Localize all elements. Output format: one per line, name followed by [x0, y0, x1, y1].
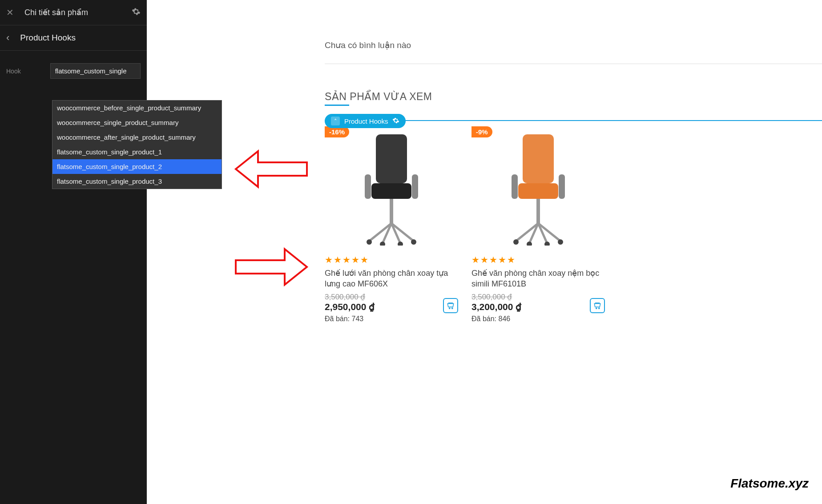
chevron-up-icon[interactable]: ˄ [331, 117, 340, 125]
svg-point-9 [367, 239, 372, 245]
new-price: 3,200,000 ₫ [471, 302, 605, 312]
hook-dropdown[interactable]: woocommerce_before_single_product_summar… [52, 100, 222, 189]
watermark: Flatsome.xyz [730, 476, 809, 491]
new-price: 2,950,000 ₫ [325, 302, 458, 312]
section-underline [325, 105, 349, 106]
dropdown-item[interactable]: woocommerce_after_single_product_summary [52, 130, 222, 145]
svg-point-24 [513, 239, 519, 245]
svg-rect-17 [512, 174, 518, 199]
customizer-sidebar: ✕ Chi tiết sản phẩm ‹ Product Hooks Hook… [0, 0, 147, 504]
preview-pane: Chưa có bình luận nào SẢN PHẨM VỪA XEM ˄… [147, 0, 822, 504]
old-price: 3,500,000 ₫ [471, 292, 605, 302]
sold-count: Đã bán: 743 [325, 315, 458, 323]
svg-rect-0 [376, 134, 407, 183]
product-card[interactable]: -9% ★★★★★ Ghế văn phòng chân xoay nệm bọ… [471, 121, 605, 323]
product-card[interactable]: -16% ★★★★★ Ghế lưới văn phòng chân xoay … [325, 121, 458, 323]
no-comments-text: Chưa có bình luận nào [325, 40, 822, 50]
dropdown-item[interactable]: woocommerce_single_product_summary [52, 115, 222, 130]
dropdown-item[interactable]: flatsome_custom_single_product_3 [52, 174, 222, 189]
hook-label: Hook [6, 68, 37, 75]
dropdown-item[interactable]: flatsome_custom_single_product_2 [52, 159, 222, 174]
star-rating: ★★★★★ [325, 254, 458, 265]
svg-point-25 [558, 239, 563, 245]
svg-rect-3 [412, 174, 418, 199]
dropdown-item[interactable]: flatsome_custom_single_product_1 [52, 145, 222, 159]
svg-rect-1 [371, 183, 411, 199]
product-image [325, 121, 458, 254]
add-to-cart-button[interactable] [590, 298, 605, 313]
svg-point-10 [411, 239, 416, 245]
svg-point-28 [596, 307, 597, 308]
discount-badge: -9% [471, 126, 492, 137]
star-rating: ★★★★★ [471, 254, 605, 265]
product-name: Ghế lưới văn phòng chân xoay tựa lưng ca… [325, 268, 458, 290]
gear-icon[interactable] [392, 117, 399, 125]
svg-rect-2 [365, 174, 371, 199]
hook-select[interactable]: flatsome_custom_single [50, 63, 141, 79]
sidebar-sub-title: Product Hooks [20, 33, 141, 43]
sidebar-body: Hook flatsome_custom_single [0, 51, 147, 91]
annotation-arrow-right [231, 240, 311, 294]
svg-point-27 [544, 242, 550, 246]
svg-point-14 [452, 307, 453, 308]
sidebar-header: ✕ Chi tiết sản phẩm [0, 0, 147, 25]
svg-rect-15 [523, 134, 554, 183]
svg-point-13 [449, 307, 450, 308]
back-icon[interactable]: ‹ [6, 32, 9, 44]
sidebar-title: Chi tiết sản phẩm [24, 8, 132, 17]
sidebar-subheader: ‹ Product Hooks [0, 25, 147, 51]
svg-point-29 [599, 307, 600, 308]
svg-rect-19 [536, 199, 540, 223]
add-to-cart-button[interactable] [443, 298, 458, 313]
divider [325, 64, 822, 64]
svg-point-12 [398, 242, 403, 246]
svg-point-11 [380, 242, 385, 246]
badge-label: Product Hooks [344, 117, 388, 125]
svg-rect-4 [390, 199, 393, 223]
annotation-arrow-left [231, 142, 311, 196]
product-hooks-badge[interactable]: ˄ Product Hooks [325, 114, 406, 128]
svg-rect-16 [518, 183, 558, 199]
old-price: 3,500,000 ₫ [325, 292, 458, 302]
gear-icon[interactable] [132, 7, 141, 18]
sold-count: Đã bán: 846 [471, 315, 605, 323]
dropdown-item[interactable]: woocommerce_before_single_product_summar… [52, 101, 222, 115]
svg-point-26 [527, 242, 532, 246]
product-image [471, 121, 605, 254]
product-name: Ghế văn phòng chân xoay nệm bọc simili M… [471, 268, 605, 290]
section-title: SẢN PHẨM VỪA XEM [325, 91, 822, 103]
close-icon[interactable]: ✕ [6, 7, 14, 18]
product-list: -16% ★★★★★ Ghế lưới văn phòng chân xoay … [325, 120, 822, 323]
svg-rect-18 [559, 174, 565, 199]
